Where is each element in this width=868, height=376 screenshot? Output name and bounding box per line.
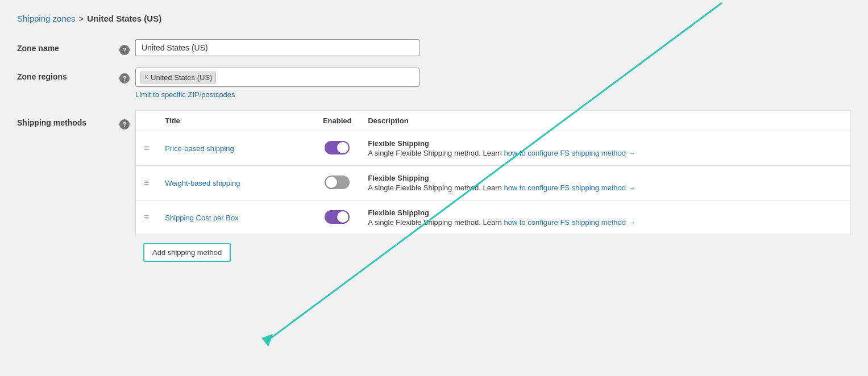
col-enabled-header: Enabled [314, 111, 360, 131]
toggle-thumb [337, 142, 348, 153]
method-title-link[interactable]: Price-based shipping [165, 144, 234, 153]
toggle-track [325, 210, 350, 224]
drag-handle[interactable]: ≡ [136, 131, 157, 166]
method-title: Shipping Cost per Box [157, 200, 314, 235]
add-method-section: Add shipping method [135, 235, 851, 270]
method-title: Weight-based shipping [157, 166, 314, 200]
col-description-header: Description [360, 111, 850, 131]
zone-regions-content: × United States (US) Limit to specific Z… [135, 68, 851, 99]
table-row: ≡Shipping Cost per Box Flexible Shipping… [136, 200, 851, 235]
svg-marker-1 [261, 334, 273, 346]
desc-text: A single Flexible Shipping method. Learn… [368, 149, 842, 157]
desc-title: Flexible Shipping [368, 174, 842, 182]
toggle-switch[interactable] [325, 210, 350, 224]
method-enabled-cell [314, 200, 360, 235]
method-enabled-cell [314, 131, 360, 166]
zone-name-content [135, 39, 851, 56]
desc-link[interactable]: how to configure FS shipping method → [504, 218, 635, 227]
breadcrumb: Shipping zones > United States (US) [17, 14, 851, 23]
add-shipping-method-button[interactable]: Add shipping method [143, 243, 231, 262]
method-description: Flexible Shipping A single Flexible Ship… [360, 200, 850, 235]
drag-handle[interactable]: ≡ [136, 166, 157, 200]
desc-link[interactable]: how to configure FS shipping method → [504, 183, 635, 192]
toggle-thumb [337, 211, 348, 223]
breadcrumb-current: United States (US) [87, 14, 161, 23]
method-description: Flexible Shipping A single Flexible Ship… [360, 166, 850, 200]
region-tag: × United States (US) [140, 72, 216, 83]
toggle-thumb [326, 177, 337, 188]
table-row: ≡Weight-based shipping Flexible Shipping… [136, 166, 851, 200]
method-enabled-cell [314, 166, 360, 200]
zone-regions-help-icon[interactable]: ? [119, 73, 130, 83]
drag-handle[interactable]: ≡ [136, 200, 157, 235]
page-wrapper: Shipping zones > United States (US) Zone… [0, 0, 868, 376]
zip-link[interactable]: Limit to specific ZIP/postcodes [135, 90, 235, 99]
table-row: ≡Price-based shipping Flexible Shipping … [136, 131, 851, 166]
toggle-track [325, 141, 350, 154]
zone-name-label: Zone name [17, 39, 114, 53]
shipping-methods-row: Shipping methods ? Title Enabled Descrip… [17, 110, 851, 270]
shipping-methods-help-icon[interactable]: ? [119, 119, 130, 129]
zone-regions-row: Zone regions ? × United States (US) Limi… [17, 68, 851, 99]
toggle-track [325, 176, 350, 189]
shipping-methods-label: Shipping methods [17, 110, 114, 127]
method-title-link[interactable]: Weight-based shipping [165, 179, 240, 187]
region-tag-remove[interactable]: × [144, 73, 148, 81]
col-title-header: Title [157, 111, 314, 131]
shipping-methods-content: Title Enabled Description ≡Price-based s… [135, 110, 851, 270]
toggle-switch[interactable] [325, 141, 350, 154]
zone-regions-input[interactable]: × United States (US) [135, 68, 420, 87]
col-drag-header [136, 111, 157, 131]
method-title-link[interactable]: Shipping Cost per Box [165, 214, 238, 222]
desc-link[interactable]: how to configure FS shipping method → [504, 149, 635, 157]
desc-text: A single Flexible Shipping method. Learn… [368, 218, 842, 227]
zone-name-input[interactable] [135, 39, 420, 56]
breadcrumb-separator: > [79, 14, 84, 23]
desc-title: Flexible Shipping [368, 208, 842, 217]
region-tag-label: United States (US) [151, 73, 212, 82]
zone-name-row: Zone name ? [17, 39, 851, 56]
desc-title: Flexible Shipping [368, 139, 842, 148]
shipping-methods-table: Title Enabled Description ≡Price-based s… [135, 110, 851, 235]
desc-text: A single Flexible Shipping method. Learn… [368, 183, 842, 192]
zone-regions-label: Zone regions [17, 68, 114, 81]
toggle-switch[interactable] [325, 176, 350, 189]
method-title: Price-based shipping [157, 131, 314, 166]
zone-name-help-icon[interactable]: ? [119, 45, 130, 55]
breadcrumb-link[interactable]: Shipping zones [17, 14, 76, 23]
method-description: Flexible Shipping A single Flexible Ship… [360, 131, 850, 166]
